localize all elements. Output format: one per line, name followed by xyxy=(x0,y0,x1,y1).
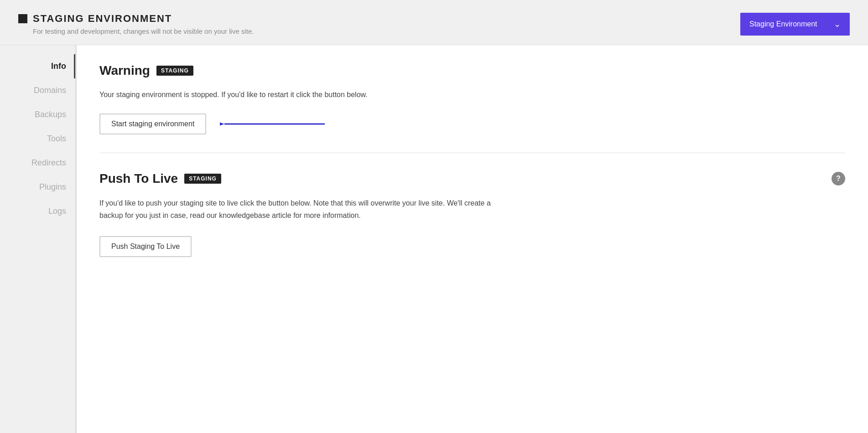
warning-action-row: Start staging environment xyxy=(99,113,845,134)
warning-title: Warning xyxy=(99,63,150,78)
push-title: Push To Live xyxy=(99,171,178,186)
sidebar-label-backups: Backups xyxy=(35,110,66,119)
sidebar-item-backups[interactable]: Backups xyxy=(0,103,75,127)
sidebar-item-tools[interactable]: Tools xyxy=(0,127,75,151)
main-content: Warning STAGING Your staging environment… xyxy=(75,45,868,433)
header-left: STAGING ENVIRONMENT For testing and deve… xyxy=(18,13,254,35)
environment-dropdown[interactable]: Staging Environment ⌄ xyxy=(740,13,850,36)
sidebar-item-domains[interactable]: Domains xyxy=(0,78,75,103)
arrow-indicator xyxy=(220,115,329,133)
sidebar-label-plugins: Plugins xyxy=(39,182,66,191)
sidebar-label-domains: Domains xyxy=(34,86,66,95)
env-dropdown-label: Staging Environment xyxy=(749,20,817,28)
push-to-live-section: Push To Live STAGING ? If you'd like to … xyxy=(99,171,845,257)
push-description: If you'd like to push your staging site … xyxy=(99,197,510,222)
page-subtitle: For testing and development, changes wil… xyxy=(33,27,254,35)
sidebar-item-info[interactable]: Info xyxy=(0,54,75,78)
push-staging-badge: STAGING xyxy=(184,174,221,184)
section-divider xyxy=(99,153,845,153)
sidebar-label-redirects: Redirects xyxy=(31,158,66,167)
page-header: STAGING ENVIRONMENT For testing and deve… xyxy=(0,0,868,45)
start-staging-button[interactable]: Start staging environment xyxy=(99,113,206,134)
sidebar-label-tools: Tools xyxy=(47,134,66,143)
sidebar-item-redirects[interactable]: Redirects xyxy=(0,151,75,175)
sidebar-label-logs: Logs xyxy=(48,206,66,216)
sidebar-item-logs[interactable]: Logs xyxy=(0,199,75,223)
sidebar-item-plugins[interactable]: Plugins xyxy=(0,175,75,199)
left-arrow-icon xyxy=(220,115,329,133)
warning-section: Warning STAGING Your staging environment… xyxy=(99,63,845,134)
warning-staging-badge: STAGING xyxy=(156,66,193,76)
push-staging-to-live-button[interactable]: Push Staging To Live xyxy=(99,236,192,257)
header-title-row: STAGING ENVIRONMENT xyxy=(18,13,254,25)
push-action-row: Push Staging To Live xyxy=(99,236,845,257)
warning-title-row: Warning STAGING xyxy=(99,63,845,78)
chevron-down-icon: ⌄ xyxy=(834,19,841,29)
help-icon[interactable]: ? xyxy=(832,172,845,186)
staging-square-icon xyxy=(18,14,27,23)
push-title-row: Push To Live STAGING ? xyxy=(99,171,845,186)
page-title: STAGING ENVIRONMENT xyxy=(33,13,172,25)
push-title-left: Push To Live STAGING xyxy=(99,171,221,186)
warning-description: Your staging environment is stopped. If … xyxy=(99,89,845,101)
main-layout: Info Domains Backups Tools Redirects Plu… xyxy=(0,45,868,433)
sidebar-label-info: Info xyxy=(51,62,66,71)
sidebar: Info Domains Backups Tools Redirects Plu… xyxy=(0,45,75,433)
